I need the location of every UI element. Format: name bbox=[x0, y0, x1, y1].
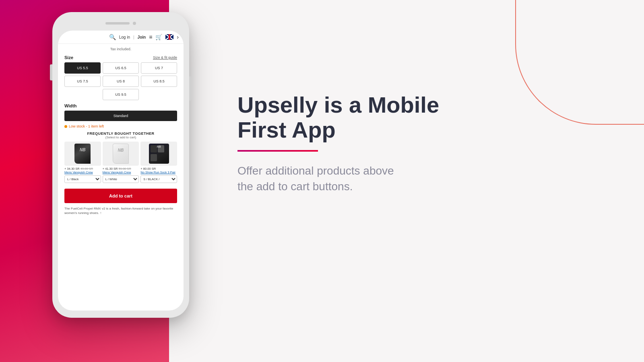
product-price-old-1: 49.00 SR bbox=[80, 167, 93, 171]
language-flag-icon[interactable] bbox=[165, 34, 173, 40]
product-image-3[interactable]: NB bbox=[140, 142, 177, 166]
fbt-subtitle: (Select to add to cart) bbox=[64, 136, 177, 139]
divider-accent bbox=[237, 150, 318, 152]
subtext-line1: Offer additional products above bbox=[237, 165, 394, 177]
headline: Upselly is a Mobile First App bbox=[237, 93, 463, 142]
subtext: Offer additional products above the add … bbox=[237, 163, 463, 194]
product-price-2: + 41.30 SR 59.00 SR bbox=[103, 167, 139, 171]
product-variant-select-1[interactable]: L / Black M / Black bbox=[64, 175, 101, 183]
app-navigation: 🔍 Log in | Join ≡ 🛒 › bbox=[58, 31, 184, 44]
product-price-add-2: + 41.30 SR bbox=[103, 167, 119, 171]
product-image-2[interactable]: NB bbox=[103, 142, 139, 166]
sock-pack-image: NB bbox=[149, 144, 169, 164]
product-card-3: NB + 80.00 SR No Show Run Sock 3 Pair S … bbox=[140, 142, 177, 183]
phone-speaker bbox=[105, 22, 130, 25]
size-section-title: Size bbox=[64, 55, 73, 60]
sock-white-image: NB bbox=[113, 144, 129, 164]
size-guide-link[interactable]: Size & fit guide bbox=[153, 56, 177, 60]
stock-text: Low stock - 1 item left bbox=[69, 124, 104, 128]
size-button-7[interactable]: US 7 bbox=[141, 62, 177, 74]
decorative-arc-right bbox=[515, 0, 644, 125]
search-icon[interactable]: 🔍 bbox=[109, 34, 116, 40]
headline-line2: First App bbox=[237, 117, 336, 142]
cart-icon[interactable]: 🛒 bbox=[155, 34, 162, 40]
menu-icon[interactable]: ≡ bbox=[149, 34, 152, 40]
chevron-right-icon[interactable]: › bbox=[177, 34, 179, 40]
size-button-5-5[interactable]: US 5.5 bbox=[64, 62, 101, 74]
size-button-8[interactable]: US 8 bbox=[103, 76, 139, 87]
product-variant-select-3[interactable]: S / BLACK / M / BLACK / bbox=[140, 175, 177, 183]
nb-logo-3: NB bbox=[157, 145, 161, 148]
app-content-scroll[interactable]: Tax included. Size Size & fit guide US 5… bbox=[58, 44, 184, 306]
nb-logo-1: NB bbox=[80, 148, 85, 152]
size-button-9-5[interactable]: US 9.5 bbox=[103, 89, 139, 100]
product-image-1[interactable]: NB bbox=[64, 142, 101, 166]
add-to-cart-button[interactable]: Add to cart bbox=[64, 189, 177, 203]
phone-outer-shell: 🔍 Log in | Join ≡ 🛒 › Tax included. Size… bbox=[52, 12, 189, 318]
stock-warning: Low stock - 1 item left bbox=[64, 124, 177, 128]
phone-mockup: 🔍 Log in | Join ≡ 🛒 › Tax included. Size… bbox=[52, 12, 189, 318]
product-price-add-1: + 34.30 SR bbox=[64, 167, 80, 171]
tax-included-text: Tax included. bbox=[64, 45, 177, 53]
product-card-2: NB + 41.30 SR 59.00 SR Mens Vanquish Cre… bbox=[103, 142, 139, 183]
size-section-header: Size Size & fit guide bbox=[64, 55, 177, 60]
product-price-3: + 80.00 SR bbox=[140, 167, 177, 171]
product-variant-select-2[interactable]: L / White M / White bbox=[103, 175, 139, 183]
join-link[interactable]: Join bbox=[138, 35, 146, 39]
phone-volume-button bbox=[50, 64, 52, 80]
nb-logo-2: NB bbox=[118, 148, 124, 152]
product-description: The FuelCell Propel RMX v2 is a fresh, f… bbox=[64, 203, 177, 217]
width-section-title: Width bbox=[64, 103, 76, 108]
product-name-1[interactable]: Mens Vanquish Crew bbox=[64, 171, 101, 174]
headline-line1: Upselly is a Mobile bbox=[237, 92, 439, 117]
phone-top-bar bbox=[58, 18, 184, 29]
phone-power-button bbox=[189, 76, 192, 101]
product-name-2[interactable]: Mens Vanquish Crew bbox=[103, 171, 139, 174]
phone-screen: 🔍 Log in | Join ≡ 🛒 › Tax included. Size… bbox=[58, 31, 184, 311]
sock-mini-3 bbox=[151, 154, 157, 161]
phone-camera bbox=[133, 22, 136, 25]
size-button-8-5[interactable]: US 8.5 bbox=[141, 76, 177, 87]
nav-divider: | bbox=[133, 35, 134, 39]
product-price-add-3: + 80.00 SR bbox=[140, 167, 156, 171]
size-button-7-5[interactable]: US 7.5 bbox=[64, 76, 101, 87]
right-text-section: Upselly is a Mobile First App Offer addi… bbox=[237, 93, 463, 195]
sock-mini-1 bbox=[151, 145, 157, 152]
product-cards-container: NB + 34.30 SR 49.00 SR Mens Vanquish Cre… bbox=[64, 142, 177, 183]
width-section-header: Width bbox=[64, 103, 177, 108]
size-options-grid: US 5.5 US 6.5 US 7 US 7.5 US 8 US 8.5 US… bbox=[64, 62, 177, 100]
width-standard-button[interactable]: Standard bbox=[64, 111, 177, 121]
product-card-1: NB + 34.30 SR 49.00 SR Mens Vanquish Cre… bbox=[64, 142, 101, 183]
fbt-section: FREQUENTLY BOUGHT TOGETHER (Select to ad… bbox=[64, 132, 177, 183]
stock-dot-icon bbox=[64, 125, 67, 128]
product-name-3[interactable]: No Show Run Sock 3 Pair bbox=[140, 171, 177, 174]
product-price-1: + 34.30 SR 49.00 SR bbox=[64, 167, 101, 171]
sock-black-image: NB bbox=[74, 144, 91, 164]
fbt-title: FREQUENTLY BOUGHT TOGETHER bbox=[64, 132, 177, 136]
product-price-old-2: 59.00 SR bbox=[119, 167, 131, 171]
subtext-line2: the add to cart buttons. bbox=[237, 180, 353, 193]
width-section: Width Standard bbox=[64, 103, 177, 121]
login-link[interactable]: Log in bbox=[119, 35, 130, 39]
size-button-6-5[interactable]: US 6.5 bbox=[103, 62, 139, 74]
